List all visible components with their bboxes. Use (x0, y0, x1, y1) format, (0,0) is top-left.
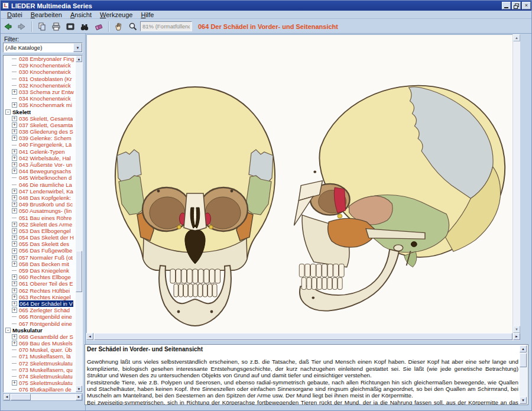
tree-item[interactable]: 073 Muskelfasern, qu (4, 367, 76, 373)
expand-icon[interactable]: + (12, 255, 17, 260)
scroll-down-button[interactable]: ▼ (76, 386, 82, 392)
tree-item[interactable]: 029 Knochenentwick (4, 62, 76, 69)
expand-icon[interactable]: + (12, 274, 17, 280)
collapse-icon[interactable]: - (5, 109, 11, 115)
scrollbar-thumb[interactable] (520, 353, 527, 367)
expand-icon[interactable]: + (12, 135, 17, 141)
expand-icon[interactable]: + (12, 248, 17, 254)
tree-item[interactable]: +056 Das Fußgewölbe (4, 247, 76, 254)
tree-item[interactable]: 032 Knochenentwick (4, 82, 76, 89)
expand-icon[interactable]: + (12, 149, 17, 154)
expand-icon[interactable]: + (12, 228, 17, 234)
tree-item[interactable]: 072 Skelettmuskulatu (4, 360, 76, 367)
tree-item[interactable]: 045 Wirbelknochen d (4, 174, 76, 181)
back-button[interactable] (1, 20, 15, 33)
tree-item[interactable]: +049 Brustkorb und Sc (4, 201, 76, 208)
expand-icon[interactable]: + (12, 308, 17, 313)
tree-item[interactable]: 028 Embryonaler Fing (4, 56, 76, 62)
expand-icon[interactable]: + (12, 208, 17, 213)
scroll-up-button[interactable]: ▲ (513, 34, 520, 41)
eraser-button[interactable] (92, 20, 106, 33)
tree-item[interactable]: +041 Gelenk-Typen (4, 148, 76, 155)
zoom-button[interactable] (126, 20, 140, 33)
tree-item[interactable]: +061 Oberer Teil des E (4, 280, 76, 287)
expand-icon[interactable]: + (12, 341, 17, 346)
scroll-left-button[interactable]: ◄ (4, 394, 10, 400)
tree-item[interactable]: +044 Bewegungsachs (4, 168, 76, 174)
tree-item[interactable]: 067 Röntgenbild eine (4, 321, 76, 327)
tree-item[interactable]: 031 Osteoblasten (Kr (4, 76, 76, 82)
expand-icon[interactable]: + (12, 261, 17, 267)
tree-item[interactable]: 040 Fingergelenk, Lä (4, 141, 76, 148)
minimize-button[interactable] (502, 2, 511, 9)
copy-button[interactable] (35, 20, 49, 33)
scroll-right-button[interactable]: ► (76, 394, 82, 400)
menu-hilfe[interactable]: Hilfe (137, 11, 158, 18)
pan-button[interactable] (112, 20, 126, 33)
expand-icon[interactable]: + (12, 156, 17, 161)
tree-item[interactable]: +069 Bau des Muskels (4, 340, 76, 347)
tree-item[interactable]: 034 Knochenentwick (4, 95, 76, 102)
slide-view-button[interactable] (63, 20, 77, 33)
menu-datei[interactable]: Datei (3, 11, 27, 18)
tree-item[interactable]: +047 Lendenwirbel, Ka (4, 188, 76, 195)
expand-icon[interactable]: + (12, 380, 17, 386)
expand-icon[interactable]: + (12, 122, 17, 128)
tree-category[interactable]: -Muskulatur (4, 327, 76, 334)
expand-icon[interactable]: + (12, 288, 17, 293)
tree-item[interactable]: +075 Skelettmuskulatu (4, 380, 76, 386)
tree-item[interactable]: +035 Knochenmark mi (4, 102, 76, 108)
tree-item[interactable]: +062 Rechtes Hüftbei (4, 287, 76, 294)
tree-item[interactable]: +050 Ausatmungs- (lin (4, 208, 76, 214)
expand-icon[interactable]: + (12, 222, 17, 227)
tree-item[interactable]: +058 Das Becken mit (4, 261, 76, 267)
scrollbar-thumb[interactable] (76, 251, 82, 292)
forward-button[interactable] (15, 20, 29, 33)
scroll-down-button[interactable]: ▼ (520, 397, 527, 404)
tree-horizontal-scrollbar[interactable]: ◄ ► (3, 393, 83, 401)
tree-item[interactable]: +048 Das Kopfgelenk: (4, 195, 76, 201)
expand-icon[interactable]: + (12, 89, 17, 95)
tree-item[interactable]: 030 Knochenentwick (4, 69, 76, 75)
tree-item[interactable]: +037 Skelett, Gesamta (4, 122, 76, 128)
tree-item[interactable]: +065 Zerlegter Schäd (4, 307, 76, 313)
menu-werkzeuge[interactable]: Werkzeuge (96, 11, 137, 18)
scroll-right-button[interactable]: ► (513, 333, 520, 340)
chevron-down-icon[interactable]: ▼ (73, 43, 82, 52)
expand-icon[interactable]: + (12, 129, 17, 134)
image-horizontal-scrollbar[interactable]: ◄ ► (86, 333, 520, 341)
scroll-left-button[interactable]: ◄ (86, 333, 93, 340)
tree-item[interactable]: +042 Wirbelsäule, Hal (4, 155, 76, 161)
tree-item[interactable]: +043 Äußerste Vor- un (4, 161, 76, 168)
tree-item[interactable]: +033 Schema zur Entw (4, 89, 76, 95)
scrollbar-thumb[interactable] (94, 333, 512, 340)
tree-item[interactable]: 070 Muskel, quer. Üb (4, 347, 76, 353)
tree-item[interactable]: +039 Gelenke: Schem (4, 135, 76, 141)
tree-item[interactable]: +053 Das Ellbogengel (4, 228, 76, 234)
expand-icon[interactable]: + (12, 169, 17, 174)
expand-icon[interactable]: + (12, 189, 17, 194)
print-button[interactable] (49, 20, 63, 33)
zoom-level-input[interactable] (140, 21, 192, 31)
menu-bearbeiten[interactable]: Bearbeiten (27, 11, 66, 18)
tree-item[interactable]: +055 Das Skelett des (4, 241, 76, 247)
tree-item[interactable]: +063 Rechtes Kniegel (4, 294, 76, 300)
scrollbar-thumb[interactable] (11, 394, 31, 400)
menu-ansicht[interactable]: Ansicht (66, 11, 96, 18)
tree-item[interactable]: 051 Bau eines Röhre (4, 215, 76, 221)
close-button[interactable]: × (522, 2, 531, 9)
tree-item[interactable]: 066 Röntgenbild eine (4, 313, 76, 320)
find-button[interactable] (77, 20, 92, 33)
collapse-icon[interactable]: - (5, 328, 11, 333)
tree-item[interactable]: +052 Skelett des Arme (4, 221, 76, 228)
catalog-filter-dropdown[interactable]: (Alle Kataloge) ▼ (3, 43, 83, 53)
tree-item[interactable]: +054 Das Skelett der H (4, 234, 76, 241)
expand-icon[interactable]: + (12, 102, 17, 108)
tree-item[interactable]: 076 Blutkapillaren de (4, 386, 76, 393)
tree-item[interactable]: +036 Skelett, Gesamta (4, 115, 76, 122)
expand-icon[interactable]: + (12, 116, 17, 121)
expand-icon[interactable]: + (12, 241, 17, 247)
expand-icon[interactable]: + (12, 162, 17, 167)
tree-category[interactable]: -Skelett (4, 109, 76, 115)
expand-icon[interactable]: + (12, 235, 17, 240)
